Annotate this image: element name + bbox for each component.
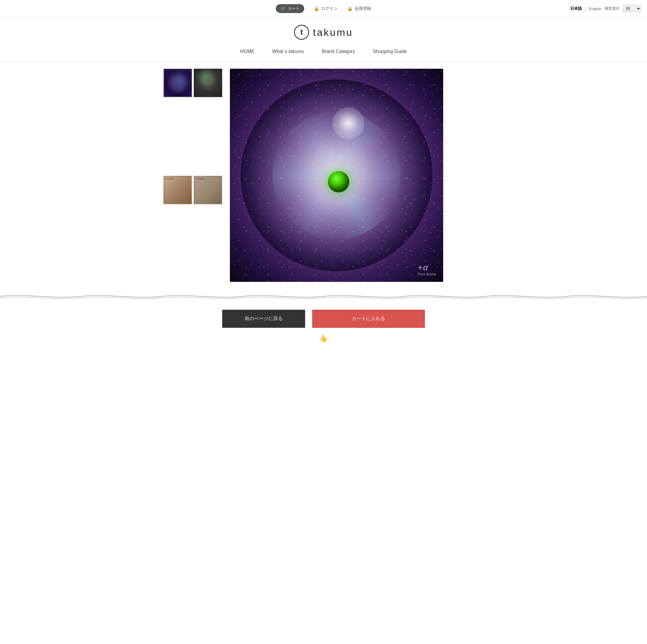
nav-item-shopping[interactable]: Shopping Guide xyxy=(373,48,407,55)
add-to-cart-button[interactable]: カートに入れる xyxy=(312,310,425,328)
cart-icon: 🛒 xyxy=(281,6,286,11)
thumbnail-3[interactable]: Sample xyxy=(163,176,192,204)
gem-element xyxy=(328,171,349,192)
wave-divider xyxy=(0,292,647,301)
login-icon: 🔒 xyxy=(314,6,319,11)
main-nav: HOME What`s takumu Brand Category Shoppi… xyxy=(0,43,647,62)
sample-label-4: Sample xyxy=(195,177,204,180)
thumbnail-1[interactable] xyxy=(163,69,192,97)
sample-label-3: Sample xyxy=(165,177,174,180)
main-image: +α Plus Alpha xyxy=(230,69,443,282)
logo-icon: t xyxy=(294,24,309,40)
cart-button[interactable]: 🛒 カート xyxy=(276,4,304,13)
thumbnail-list: Sample Sample xyxy=(163,69,223,282)
lang-en-link[interactable]: English xyxy=(589,6,601,11)
thumbnail-4[interactable]: Sample xyxy=(194,176,222,204)
thumbnail-2[interactable] xyxy=(194,69,222,97)
main-content: Sample Sample +α Plus Alpha xyxy=(146,62,501,289)
hand-cursor-icon: 👆 xyxy=(319,334,328,342)
back-button[interactable]: 前のページに戻る xyxy=(222,310,305,328)
sphere-highlight xyxy=(333,107,364,139)
nav-item-home[interactable]: HOME xyxy=(240,48,255,55)
nav-item-whats[interactable]: What`s takumu xyxy=(272,48,304,55)
cursor-hand: 👆 xyxy=(0,334,647,342)
watermark: +α Plus Alpha xyxy=(418,263,436,276)
top-bar-right: 日本語 | English 通貨選択 円 USD EUR xyxy=(570,5,641,12)
cart-label: カート xyxy=(288,6,299,11)
login-button[interactable]: 🔒 ログイン xyxy=(314,6,338,11)
top-bar: 🛒 カート 🔒 ログイン 🔒 会員登録 日本語 | English 通貨選択 円… xyxy=(0,0,647,17)
register-button[interactable]: 🔒 会員登録 xyxy=(347,6,371,11)
login-label: ログイン xyxy=(321,6,338,11)
watermark-sub: Plus Alpha xyxy=(418,272,436,276)
nav-item-brand[interactable]: Brand Category xyxy=(322,48,355,55)
svg-text:t: t xyxy=(300,27,303,36)
logo-text: takumu xyxy=(313,27,353,38)
register-icon: 🔒 xyxy=(347,6,353,11)
logo-area: t takumu xyxy=(0,17,647,43)
lang-jp-link[interactable]: 日本語 xyxy=(570,6,582,11)
action-bar: 前のページに戻る カートに入れる xyxy=(0,304,647,337)
register-label: 会員登録 xyxy=(355,6,371,11)
main-image-area: +α Plus Alpha xyxy=(230,69,443,282)
galaxy-sphere: +α Plus Alpha xyxy=(230,69,443,282)
lang-separator: | xyxy=(585,6,586,11)
currency-select[interactable]: 円 USD EUR xyxy=(623,5,641,12)
currency-label: 通貨選択 xyxy=(604,6,620,11)
